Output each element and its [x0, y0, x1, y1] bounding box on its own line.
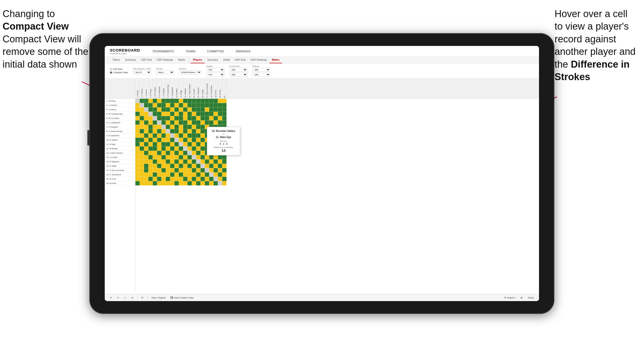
- matrix-cell[interactable]: [135, 116, 140, 120]
- matrix-cell[interactable]: [201, 133, 205, 138]
- matrix-cell[interactable]: [188, 112, 192, 116]
- matrix-cell[interactable]: [183, 181, 188, 186]
- subnav-players[interactable]: Players: [191, 57, 205, 63]
- matrix-cell[interactable]: [135, 138, 140, 142]
- matrix-cell[interactable]: [222, 99, 227, 103]
- matrix-cell[interactable]: [196, 177, 201, 181]
- matrix-cell[interactable]: [157, 181, 161, 186]
- matrix-cell[interactable]: [188, 168, 192, 172]
- matrix-cell[interactable]: [188, 181, 192, 186]
- matrix-cell[interactable]: [174, 181, 179, 186]
- matrix-cell[interactable]: [153, 107, 157, 112]
- matrix-cell[interactable]: [140, 120, 144, 125]
- matrix-cell[interactable]: [161, 103, 166, 107]
- matrix-cell[interactable]: [135, 142, 140, 146]
- matrix-cell[interactable]: [144, 159, 148, 164]
- matrix-cell[interactable]: [196, 129, 201, 133]
- matrix-cell[interactable]: [157, 168, 161, 172]
- matrix-cell[interactable]: [135, 99, 140, 103]
- matrix-cell[interactable]: [222, 103, 227, 107]
- matrix-cell[interactable]: [135, 181, 140, 186]
- conference-select1[interactable]: (All): [229, 68, 247, 72]
- matrix-cell[interactable]: [157, 107, 161, 112]
- matrix-cell[interactable]: [188, 125, 192, 129]
- matrix-cell[interactable]: [209, 181, 214, 186]
- matrix-cell[interactable]: [153, 151, 157, 155]
- matrix-cell[interactable]: [170, 133, 174, 138]
- matrix-cell[interactable]: [214, 164, 218, 168]
- matrix-cell[interactable]: [188, 107, 192, 112]
- matrix-cell[interactable]: [157, 129, 161, 133]
- matrix-cell[interactable]: [153, 155, 157, 159]
- matrix-cell[interactable]: [166, 159, 170, 164]
- matrix-cell[interactable]: [196, 120, 201, 125]
- matrix-cell[interactable]: [192, 164, 196, 168]
- matrix-cell[interactable]: [205, 172, 209, 177]
- matrix-cell[interactable]: [161, 155, 166, 159]
- matrix-cell[interactable]: [135, 164, 140, 168]
- matrix-cell[interactable]: [144, 146, 148, 151]
- matrix-cell[interactable]: [214, 107, 218, 112]
- division-select[interactable]: NCAA Division I: [179, 70, 201, 74]
- matrix-cell[interactable]: [140, 181, 144, 186]
- matrix-cell[interactable]: [188, 159, 192, 164]
- matrix-cell[interactable]: [192, 120, 196, 125]
- matrix-cell[interactable]: [179, 155, 183, 159]
- matrix-cell[interactable]: [144, 151, 148, 155]
- matrix-cell[interactable]: [174, 125, 179, 129]
- matrix-cell[interactable]: [161, 129, 166, 133]
- matrix-cell[interactable]: [222, 181, 227, 186]
- matrix-cell[interactable]: [222, 177, 227, 181]
- matrix-cell[interactable]: [148, 107, 153, 112]
- matrix-cell[interactable]: [183, 164, 188, 168]
- matrix-cell[interactable]: [196, 133, 201, 138]
- matrix-cell[interactable]: [179, 103, 183, 107]
- matrix-cell[interactable]: [218, 172, 222, 177]
- matrix-cell[interactable]: [170, 138, 174, 142]
- matrix-cell[interactable]: [192, 116, 196, 120]
- matrix-cell[interactable]: [214, 155, 218, 159]
- matrix-cell[interactable]: [201, 107, 205, 112]
- matrix-cell[interactable]: [157, 172, 161, 177]
- nav-rankings[interactable]: RANKINGS: [234, 49, 252, 54]
- matrix-cell[interactable]: [170, 129, 174, 133]
- matrix-cell[interactable]: [144, 125, 148, 129]
- matrix-cell[interactable]: [222, 116, 227, 120]
- settings-button[interactable]: ⚙: [140, 296, 145, 300]
- matrix-cell[interactable]: [157, 103, 161, 107]
- matrix-cell[interactable]: [179, 146, 183, 151]
- matrix-cell[interactable]: [196, 151, 201, 155]
- matrix-cell[interactable]: [140, 138, 144, 142]
- matrix-cell[interactable]: [174, 177, 179, 181]
- matrix-cell[interactable]: [222, 112, 227, 116]
- matrix-cell[interactable]: [170, 168, 174, 172]
- matrix-cell[interactable]: [205, 177, 209, 181]
- matrix-cell[interactable]: [179, 120, 183, 125]
- matrix-cell[interactable]: [161, 125, 166, 129]
- matrix-cell[interactable]: [188, 151, 192, 155]
- players-select1[interactable]: (All): [252, 68, 270, 72]
- matrix-cell[interactable]: [144, 120, 148, 125]
- matrix-cell[interactable]: [174, 116, 179, 120]
- matrix-cell[interactable]: [214, 181, 218, 186]
- matrix-cell[interactable]: [140, 107, 144, 112]
- matrix-cell[interactable]: [148, 164, 153, 168]
- matrix-cell[interactable]: [144, 164, 148, 168]
- matrix-cell[interactable]: [214, 172, 218, 177]
- matrix-cell[interactable]: [196, 138, 201, 142]
- matrix-cell[interactable]: [218, 116, 222, 120]
- matrix-cell[interactable]: [140, 177, 144, 181]
- matrix-cell[interactable]: [192, 151, 196, 155]
- subnav-summary1[interactable]: Summary: [122, 57, 138, 63]
- matrix-cell[interactable]: [201, 125, 205, 129]
- matrix-cell[interactable]: [183, 159, 188, 164]
- matrix-cell[interactable]: [192, 125, 196, 129]
- matrix-cell[interactable]: [205, 103, 209, 107]
- matrix-cell[interactable]: [205, 120, 209, 125]
- layout-button[interactable]: ⊞: [519, 296, 524, 300]
- matrix-cell[interactable]: [161, 138, 166, 142]
- matrix-cell[interactable]: [183, 133, 188, 138]
- matrix-cell[interactable]: [205, 107, 209, 112]
- matrix-cell[interactable]: [144, 138, 148, 142]
- matrix-cell[interactable]: [161, 112, 166, 116]
